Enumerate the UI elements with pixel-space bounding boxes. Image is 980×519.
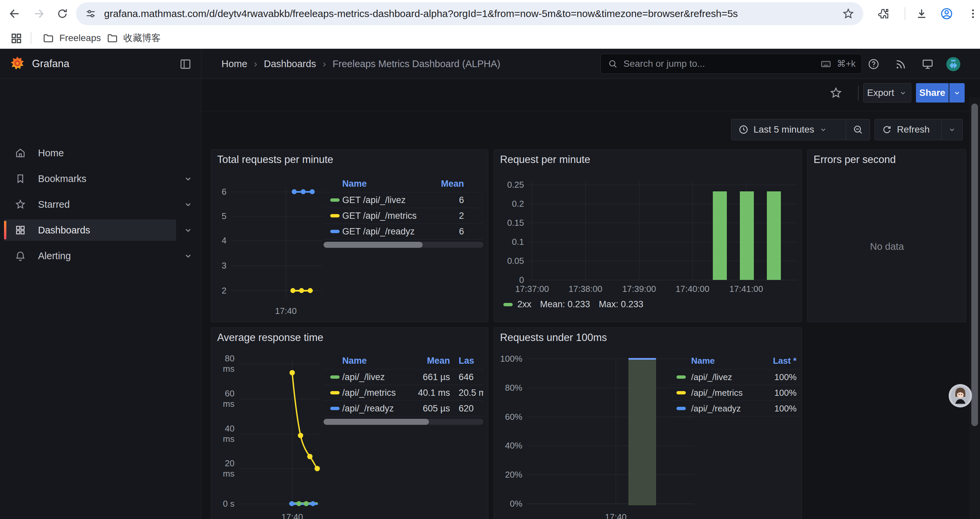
tune-icon[interactable] xyxy=(85,8,97,20)
legend-scrollbar[interactable] xyxy=(323,242,483,248)
legend-name[interactable]: /api/_/readyz xyxy=(342,404,403,414)
legend-mean: 2 xyxy=(424,211,464,221)
legend-name[interactable]: /api/_/readyz xyxy=(691,404,760,414)
download-icon[interactable] xyxy=(915,7,928,20)
time-range-label: Last 5 minutes xyxy=(754,124,814,135)
export-button[interactable]: Export xyxy=(863,83,911,102)
legend-mean: 605 µs xyxy=(403,404,450,414)
legend-name[interactable]: /api/_/metrics xyxy=(342,388,403,398)
refresh-interval-button[interactable] xyxy=(942,125,963,134)
extensions-icon[interactable] xyxy=(877,7,890,20)
dashboard-toolbar: Export Share xyxy=(202,79,969,111)
panel-title[interactable]: Requests under 100ms xyxy=(500,332,607,344)
legend-table: Name Mean GET /api/_/livez 6 GET /api/_/… xyxy=(323,176,483,240)
chevron-down-icon[interactable] xyxy=(183,174,193,184)
chevron-down-icon[interactable] xyxy=(183,200,193,209)
grafana-logo[interactable] xyxy=(10,56,25,72)
breadcrumb-dashboards[interactable]: Dashboards xyxy=(264,58,316,69)
search-shortcut: ⌘+k xyxy=(837,58,856,69)
no-data-message: No data xyxy=(870,241,904,252)
panel-title[interactable]: Request per minute xyxy=(500,153,590,166)
legend-name[interactable]: /api/_/metrics xyxy=(691,388,760,398)
legend-row[interactable]: /api/_/livez 100% xyxy=(670,369,800,385)
monitor-icon[interactable] xyxy=(921,58,934,70)
back-icon[interactable] xyxy=(8,7,21,21)
series-swatch xyxy=(330,198,340,202)
favorite-star-icon[interactable] xyxy=(829,86,843,99)
chevron-down-icon[interactable] xyxy=(183,251,193,261)
profile-icon[interactable] xyxy=(940,7,953,21)
legend-header: Name Mean Las xyxy=(323,353,483,369)
legend-scrollbar[interactable] xyxy=(323,419,483,425)
legend-header-name: Name xyxy=(342,179,424,189)
time-range-picker[interactable]: Last 5 minutes xyxy=(732,124,846,135)
bookmark-folder-freeleaps[interactable]: Freeleaps xyxy=(42,32,101,45)
bookmark-folder-blogs[interactable]: 收藏博客 xyxy=(106,32,161,45)
legend-row[interactable]: /api/_/readyz 100% xyxy=(670,401,800,417)
help-icon[interactable] xyxy=(867,58,880,70)
legend[interactable]: 2xx Mean: 0.233 Max: 0.233 xyxy=(503,299,643,310)
legend-header-mean: Mean xyxy=(403,356,450,366)
series-swatch xyxy=(676,407,686,410)
legend-header-last: Last * xyxy=(760,356,797,366)
brand-title[interactable]: Grafana xyxy=(32,58,69,70)
series-swatch xyxy=(330,214,340,217)
panel-title[interactable]: Errors per second xyxy=(813,153,896,166)
sidebar-item-dashboards[interactable]: Dashboards xyxy=(0,219,201,241)
toolbar-divider xyxy=(858,86,859,101)
sidebar-item-starred[interactable]: Starred xyxy=(0,194,201,215)
legend-name[interactable]: GET /api/_/readyz xyxy=(342,227,424,237)
legend-last: 20.5 m xyxy=(450,388,483,398)
sidebar-item-alerting[interactable]: Alerting xyxy=(0,245,201,267)
legend-last: 620 xyxy=(450,404,483,414)
bookmark-star-icon[interactable] xyxy=(842,7,854,20)
panel-title[interactable]: Total requests per minute xyxy=(217,153,333,166)
apps-grid-icon[interactable] xyxy=(10,32,23,45)
legend-row[interactable]: GET /api/_/livez 6 xyxy=(323,192,483,208)
share-menu-button[interactable] xyxy=(949,83,965,102)
legend-header-name: Name xyxy=(691,356,760,366)
url-bar[interactable]: grafana.mathmast.com/d/deytv4rwavabkb/fr… xyxy=(76,2,863,25)
legend-table: Name Mean Las /api/_/livez 661 µs 646 /a… xyxy=(323,353,483,417)
menu-icon[interactable] xyxy=(967,7,979,20)
chevron-down-icon[interactable] xyxy=(183,225,193,235)
refresh-controls: Refresh xyxy=(875,119,963,140)
forward-icon[interactable] xyxy=(32,7,45,21)
legend-last: 646 xyxy=(450,372,483,382)
share-label: Share xyxy=(919,88,945,98)
legend-last: 100% xyxy=(760,404,797,414)
legend-name[interactable]: /api/_/livez xyxy=(342,372,403,382)
sidebar-item-home[interactable]: Home xyxy=(0,142,201,164)
legend-name[interactable]: GET /api/_/livez xyxy=(342,195,424,205)
rss-icon[interactable] xyxy=(895,58,907,70)
url-text[interactable]: grafana.mathmast.com/d/deytv4rwavabkb/fr… xyxy=(104,8,838,19)
breadcrumb-home[interactable]: Home xyxy=(221,58,247,69)
export-label: Export xyxy=(867,88,894,98)
breadcrumb-current: Freeleaps Metrics Dashboard (ALPHA) xyxy=(332,58,500,69)
legend-row[interactable]: /api/_/readyz 605 µs 620 xyxy=(323,401,483,417)
legend-row[interactable]: /api/_/metrics 100% xyxy=(670,385,800,401)
zoom-out-button[interactable] xyxy=(846,124,870,135)
share-button[interactable]: Share xyxy=(916,83,949,102)
user-avatar[interactable] xyxy=(946,57,961,72)
x-axis-label: 17:40 xyxy=(605,512,627,519)
assistant-avatar[interactable] xyxy=(948,384,972,408)
legend-mean: 6 xyxy=(424,195,464,205)
legend-name[interactable]: /api/_/livez xyxy=(691,372,760,382)
legend-mean: Mean: 0.233 xyxy=(540,299,590,310)
scrollbar-thumb[interactable] xyxy=(971,104,978,426)
legend-row[interactable]: /api/_/livez 661 µs 646 xyxy=(323,369,483,385)
reload-icon[interactable] xyxy=(56,7,69,20)
legend-row[interactable]: GET /api/_/metrics 2 xyxy=(323,208,483,224)
legend-row[interactable]: /api/_/metrics 40.1 ms 20.5 m xyxy=(323,385,483,401)
refresh-button[interactable]: Refresh xyxy=(875,124,941,135)
panel-request-per-minute: Request per minute 0.25 0.2 0.15 0.1 0.0… xyxy=(494,149,802,322)
legend-row[interactable]: GET /api/_/readyz 6 xyxy=(323,224,483,240)
panel-toggle-icon[interactable] xyxy=(179,57,192,71)
search-input[interactable]: Search or jump to... ⌘+k xyxy=(600,54,862,74)
page-scrollbar[interactable] xyxy=(969,97,980,519)
bookmarks-divider xyxy=(31,32,31,44)
legend-name[interactable]: GET /api/_/metrics xyxy=(342,211,424,221)
sidebar-item-bookmarks[interactable]: Bookmarks xyxy=(0,168,201,189)
bookmark-label: Freeleaps xyxy=(59,33,101,43)
